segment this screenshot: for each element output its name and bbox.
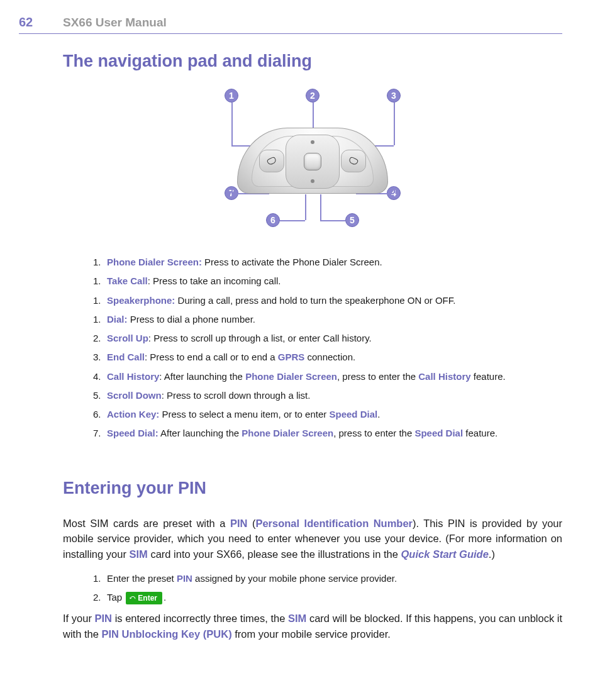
list-marker: 4. [93,369,107,384]
text: feature. [471,371,506,382]
keyword-sim: SIM [288,613,306,624]
keyword: Call History [107,371,159,382]
leader-line [320,220,345,221]
list-marker: 1. [93,255,107,269]
callout-2: 2 [306,89,319,103]
keyword: Speed Dial [329,409,377,419]
text: Enter the preset [107,573,177,584]
list-marker: 1. [93,312,107,326]
pin-intro-paragraph: Most SIM cards are preset with a PIN (Pe… [63,516,562,562]
callout-5: 5 [345,213,359,227]
keyword: Take Call [107,275,148,286]
keyword-personal-identification-number: Personal Identification Number [255,518,413,529]
text: : Press to scroll down through a list. [162,390,311,401]
list-item: 5.Scroll Down: Press to scroll down thro… [109,388,562,403]
list-marker: 6. [93,407,107,421]
text: Most SIM cards are preset with a [63,518,230,529]
text: Press to select a menu item, or to enter [159,409,329,419]
heading-entering-pin: Entering your PIN [63,479,562,498]
leader-line [231,186,233,193]
end-button-icon [341,150,366,172]
leader-line [394,103,395,145]
list-marker: 7. [93,426,107,440]
text: feature. [463,428,497,438]
text: .) [489,548,495,560]
page: 62 SX66 User Manual The navigation pad a… [0,0,600,676]
keyword: GPRS [278,352,305,362]
content-column: The navigation pad and dialing 1 2 3 4 5… [63,52,562,642]
keyword-pin: PIN [95,613,113,624]
list-item: 1.Dial: Press to dial a phone number. [109,312,562,326]
heading-navigation-pad: The navigation pad and dialing [63,52,562,71]
text: : Press to end a call or to end a [145,352,278,362]
text: is entered incorrectly three times, the [112,613,288,624]
text: : Press to take an incoming call. [148,275,281,286]
page-number: 62 [19,15,63,30]
keyword: Speakerphone: [107,295,175,306]
text: . [164,592,166,603]
keyword-pin: PIN [177,573,192,584]
text: . [377,409,380,419]
keyword: Dial: [107,314,128,325]
keyword: Speed Dial [414,428,463,438]
talk-button-icon [259,150,284,172]
list-marker: 1. [93,274,107,288]
list-marker: 2. [93,331,107,345]
keyword-quick-start-guide: Quick Start Guide [401,548,488,560]
text: During a call, press and hold to turn th… [175,295,455,306]
nav-pad-feature-list: 1.Phone Dialer Screen: Press to activate… [92,255,562,441]
list-item: 1.Phone Dialer Screen: Press to activate… [109,255,562,269]
leader-line [320,194,321,220]
list-marker: 3. [93,350,107,364]
keyword: Scroll Down [107,390,162,401]
keyword: Speed Dial: [107,428,158,438]
keyword: Call History [418,371,470,382]
enter-button-icon: Enter [126,592,162,604]
text: Tap [107,592,125,603]
manual-title: SX66 User Manual [63,16,167,30]
text: assigned by your mobile phone service pr… [192,573,397,584]
keyword: End Call [107,352,145,362]
callout-3: 3 [387,89,401,103]
text: ( [247,518,255,529]
text: card into your SX66, please see the illu… [148,548,401,560]
leader-line [394,186,395,193]
keyword-sim: SIM [129,548,147,560]
list-item: 1.Take Call: Press to take an incoming c… [109,274,562,288]
list-marker: 5. [93,388,107,403]
keyword: Phone Dialer Screen [245,371,337,382]
keyword: Scroll Up [107,333,148,343]
keyword-pin: PIN [230,518,248,529]
list-item: 6.Action Key: Press to select a menu ite… [109,407,562,421]
text: : Press to scroll up through a list, or … [148,333,372,343]
list-item: 1.Speakerphone: During a call, press and… [109,293,562,308]
list-item: 2.Scroll Up: Press to scroll up through … [109,331,562,345]
list-item: 1.Enter the preset PIN assigned by your … [109,571,562,586]
leader-line [231,103,233,145]
list-item: 4.Call History: After launching the Phon… [109,369,562,384]
nav-pad-icon [286,135,340,189]
pin-warning-paragraph: If your PIN is entered incorrectly three… [63,611,562,642]
callout-1: 1 [225,89,238,103]
list-item: 3.End Call: Press to end a call or to en… [109,350,562,364]
keyword: Phone Dialer Screen: [107,257,202,267]
keyword: Phone Dialer Screen [242,428,333,438]
action-key-icon [304,153,321,170]
keyword-puk: PIN Unblocking Key (PUK) [101,628,231,640]
keyword: Action Key: [107,409,159,419]
list-marker: 1. [93,571,107,586]
text: : After launching the [159,371,245,382]
list-item: 7.Speed Dial: After launching the Phone … [109,426,562,440]
pin-steps-list: 1.Enter the preset PIN assigned by your … [92,571,562,605]
text: , press to enter the [333,428,414,438]
text: If your [63,613,95,624]
list-marker: 2. [93,590,107,604]
text: , press to enter the [337,371,418,382]
text: After launching the [158,428,242,438]
nav-pad-diagram: 1 2 3 4 5 6 7 [187,89,438,240]
text: Press to activate the Phone Dialer Scree… [202,257,382,267]
enter-button-label: Enter [138,592,157,604]
list-marker: 1. [93,293,107,308]
leader-line [280,220,305,221]
text: Press to dial a phone number. [128,314,255,325]
